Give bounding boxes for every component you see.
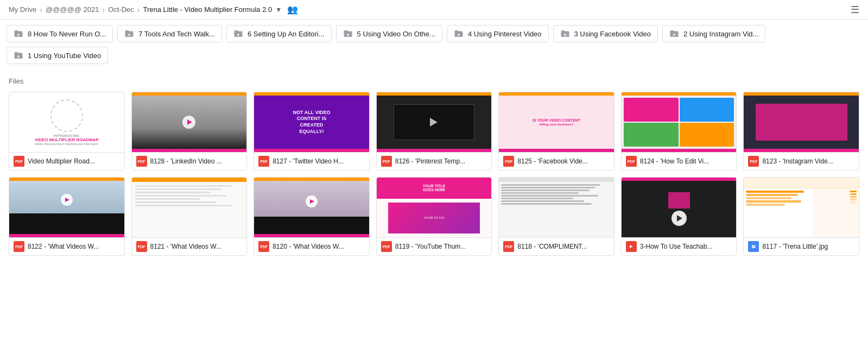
file-item[interactable]: PDF 8121 - 'What Videos W... (131, 177, 248, 256)
img-icon: 🖼 (748, 241, 759, 252)
video-icon: ▶ (626, 241, 637, 252)
breadcrumb-dropdown-icon[interactable]: ▼ (275, 6, 282, 14)
breadcrumb-sep-1: › (40, 5, 42, 14)
file-info: PDF Video Multiplier Road... (9, 152, 124, 170)
pdf-icon: PDF (14, 156, 24, 167)
file-item[interactable]: IS YOUR VIDEO CONTENTkilling your busine… (498, 92, 614, 170)
folders-area: 8 How To Never Run O... 7 Tools And Tech… (0, 20, 868, 72)
file-name: 8127 - 'Twitter Video H... (273, 157, 365, 165)
folder-shared-icon-f1 (14, 50, 23, 60)
breadcrumb: My Drive › @@@@@ 2021 › Oct-Dec › Trena … (0, 0, 868, 20)
file-thumbnail (377, 92, 492, 152)
folder-chip-f3[interactable]: 3 Using Facebook Video (553, 25, 658, 42)
file-info: PDF 8126 - 'Pinterest Temp... (377, 152, 492, 170)
pdf-icon: PDF (258, 156, 269, 167)
folder-shared-icon (14, 29, 23, 39)
file-name: 8123 - 'Instagram Vide... (762, 157, 854, 165)
file-item[interactable]: PDF 8118 - 'COMPLIMENT... (498, 177, 614, 256)
file-thumbnail (132, 178, 247, 237)
folder-chip-f7[interactable]: 7 Tools And Tech Walk... (117, 25, 222, 42)
folder-shared-icon-f4 (454, 29, 464, 39)
file-name: Video Multiplier Road... (28, 157, 120, 165)
files-grid: INTRODUCING VIDEO MULTIPLIER ROADMAP whe… (9, 92, 859, 256)
folder-chip-f5[interactable]: 5 Using Video On Othe... (336, 25, 442, 42)
file-item[interactable]: PDF 8120 - 'What Videos W... (254, 177, 370, 256)
file-info: PDF 8120 - 'What Videos W... (254, 237, 369, 255)
folder-chip-f1[interactable]: 1 Using YouTube Video (7, 47, 108, 64)
folder-shared-icon-f5 (343, 29, 353, 39)
file-thumbnail (499, 178, 614, 237)
svg-point-3 (347, 34, 349, 35)
file-thumbnail (744, 92, 859, 152)
folder-chip-f2[interactable]: 2 Using Instagram Vid... (662, 25, 766, 42)
grid-view-icon[interactable]: ☰ (851, 4, 859, 16)
file-thumbnail (132, 92, 247, 152)
pdf-icon: PDF (626, 156, 637, 167)
svg-point-1 (129, 34, 130, 35)
file-item[interactable]: PDF 8126 - 'Pinterest Temp... (376, 92, 492, 170)
pdf-icon: PDF (381, 241, 392, 252)
file-info: PDF 8125 - 'Facebook Vide... (499, 152, 614, 170)
roadmap-circle (50, 99, 83, 132)
breadcrumb-mydrve[interactable]: My Drive (9, 5, 36, 14)
file-info: PDF 8124 - 'How To Edit Vi... (622, 152, 737, 170)
file-info: PDF 8123 - 'Instagram Vide... (744, 152, 859, 170)
folder-row-1: 8 How To Never Run O... 7 Tools And Tech… (7, 25, 861, 42)
pink-thumb-text: IS YOUR VIDEO CONTENTkilling your busine… (533, 118, 580, 126)
file-name: 3-How To Use Teachab... (640, 243, 732, 250)
file-item[interactable]: INTRODUCING VIDEO MULTIPLIER ROADMAP whe… (9, 92, 125, 170)
file-name: 8124 - 'How To Edit Vi... (640, 157, 732, 165)
pdf-icon: PDF (381, 156, 392, 167)
folder-label-f5: 5 Using Video On Othe... (357, 30, 435, 38)
file-name: 8122 - 'What Videos W... (28, 243, 120, 250)
file-name: 8125 - 'Facebook Vide... (517, 157, 610, 165)
folder-chip-f6[interactable]: 6 Setting Up An Editori... (226, 25, 332, 42)
file-name: 8128 - 'LinkedIn Video ... (150, 157, 243, 165)
breadcrumb-sep-2: › (102, 5, 105, 14)
file-thumbnail: INTRODUCING VIDEO MULTIPLIER ROADMAP whe… (9, 92, 124, 152)
folder-label-f3: 3 Using Facebook Video (574, 30, 651, 38)
pdf-icon: PDF (748, 156, 759, 167)
svg-point-4 (458, 34, 459, 35)
pdf-icon: PDF (136, 241, 147, 252)
pdf-icon: PDF (136, 156, 147, 167)
file-name: 8117 - 'Trena Little'.jpg (762, 243, 854, 250)
pdf-icon: PDF (14, 241, 24, 252)
breadcrumb-sep-3: › (137, 5, 140, 14)
svg-point-5 (564, 34, 566, 35)
folder-shared-icon-f2 (669, 29, 679, 39)
file-info: PDF 8127 - 'Twitter Video H... (254, 152, 369, 170)
breadcrumb-year[interactable]: @@@@@ 2021 (46, 5, 99, 14)
file-item[interactable]: 🖼 8117 - 'Trena Little'.jpg (743, 177, 859, 256)
folder-shared-icon-f3 (560, 29, 570, 39)
folder-chip-f8[interactable]: 8 How To Never Run O... (7, 25, 113, 42)
breadcrumb-octdec[interactable]: Oct-Dec (108, 5, 134, 14)
file-item[interactable]: PDF 8122 - 'What Videos W... (9, 177, 125, 256)
file-info: PDF 8119 - 'YouTube Thum... (377, 237, 492, 255)
breadcrumb-current: Trena Little - Video Multiplier Formula … (143, 5, 272, 14)
file-item[interactable]: PDF 8123 - 'Instagram Vide... (743, 92, 859, 170)
file-thumbnail (744, 178, 859, 237)
file-item[interactable]: ▶ 3-How To Use Teachab... (621, 177, 737, 256)
file-thumbnail (9, 178, 124, 237)
file-info: 🖼 8117 - 'Trena Little'.jpg (744, 237, 859, 255)
file-name: 8126 - 'Pinterest Temp... (395, 157, 487, 165)
folder-chip-f4[interactable]: 4 Using Pinterest Video (447, 25, 549, 42)
file-item[interactable]: PDF 8128 - 'LinkedIn Video ... (131, 92, 248, 170)
file-info: PDF 8122 - 'What Videos W... (9, 237, 124, 255)
file-info: PDF 8118 - 'COMPLIMENT... (499, 237, 614, 255)
file-item[interactable]: NOT ALL VIDEOCONTENT ISCREATEDEQUALLY! P… (254, 92, 370, 170)
files-header: Files (9, 77, 859, 85)
file-name: 8120 - 'What Videos W... (273, 243, 365, 250)
file-item[interactable]: PDF 8124 - 'How To Edit Vi... (621, 92, 737, 170)
file-item[interactable]: YOUR TITLEGOES HERE YOUR STYLE PDF 8119 … (376, 177, 492, 256)
folder-label-f4: 4 Using Pinterest Video (468, 30, 542, 38)
purple-thumb-text: NOT ALL VIDEOCONTENT ISCREATEDEQUALLY! (293, 110, 330, 135)
folder-label-f7: 7 Tools And Tech Walk... (138, 30, 215, 38)
pdf-icon: PDF (503, 241, 514, 252)
file-info: ▶ 3-How To Use Teachab... (622, 237, 737, 255)
folder-label-f1: 1 Using YouTube Video (28, 52, 101, 60)
file-name: 8119 - 'YouTube Thum... (395, 243, 487, 250)
file-thumbnail (622, 178, 737, 237)
folder-row-2: 1 Using YouTube Video (7, 47, 861, 64)
